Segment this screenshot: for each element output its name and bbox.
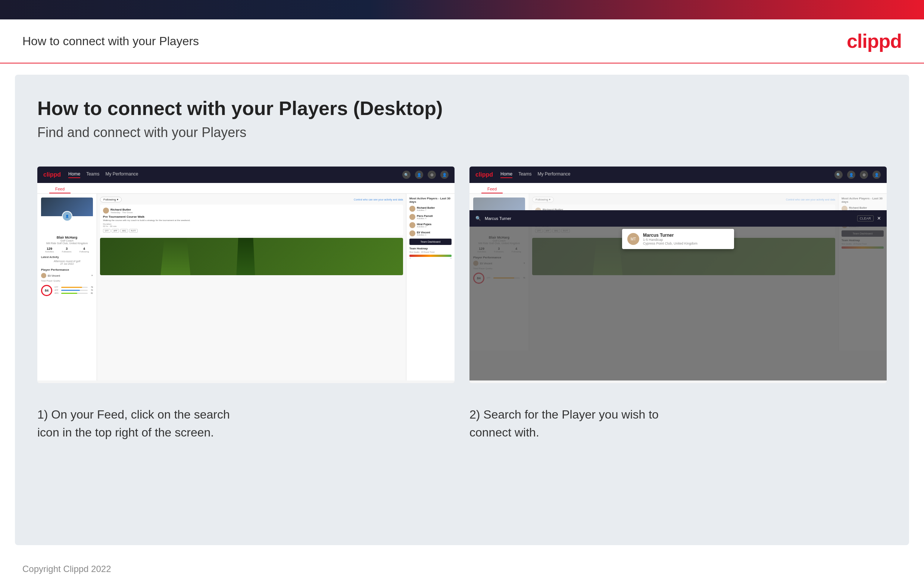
section-subtitle: Find and connect with your Players [37, 125, 887, 140]
bars-1: OTT 79 APP 70 ARG [55, 286, 93, 295]
right-player-1: Richard ButlerActivities: 7 [409, 206, 451, 212]
logo: clippd [847, 30, 901, 52]
following-count: 4 [79, 247, 89, 250]
player-select-1[interactable]: Eli Vincent ▾ [41, 273, 93, 278]
profile-cover: 👤 [41, 198, 93, 216]
steps-row: 1) On your Feed, click on the searchicon… [37, 406, 887, 442]
player-name-1: Eli Vincent [48, 274, 90, 277]
latest-activity-date: 27 Jul 2022 [41, 263, 93, 265]
search-overlay: 🔍 Marcus Turner CLEAR × MT Marcus Turner [469, 210, 887, 380]
mini-nav-1: clippd Home Teams My Performance 🔍 👤 ⚙ 👤 [37, 167, 455, 183]
activity-avatar-1 [103, 208, 109, 214]
search-close-icon[interactable]: × [877, 215, 881, 222]
right-title-1: Most Active Players - Last 30 days [409, 197, 451, 203]
right-player-2: Piers ParnellActivities: 4 [409, 214, 451, 220]
copyright: Copyright Clippd 2022 [0, 556, 924, 578]
header: How to connect with your Players clippd [0, 19, 924, 63]
activity-tags-1: OTT APP ARG PUTT [103, 229, 400, 233]
mini-logo-1: clippd [43, 171, 61, 178]
profile-role-1: Golf Coach [41, 239, 93, 242]
chevron-down-icon: ▾ [91, 274, 93, 277]
content-with-overlay: 👤 Blair McHarg Golf Coach Mill Ride Golf… [469, 194, 887, 380]
control-link-1[interactable]: Control who can see your activity and da… [354, 198, 403, 201]
latest-activity-value: Afternoon round of golf [41, 260, 93, 263]
page-title: How to connect with your Players [23, 34, 199, 48]
activity-duration-value-1: 02 hr : 00 min [103, 225, 400, 227]
mini-nav-2: clippd Home Teams My Performance 🔍 👤 ⚙ 👤 [469, 167, 887, 183]
heatmap-min-1: -5 [409, 257, 411, 259]
nav-myperformance[interactable]: My Performance [105, 171, 138, 178]
screenshots-row: clippd Home Teams My Performance 🔍 👤 ⚙ 👤 [37, 167, 887, 383]
nav-teams[interactable]: Teams [86, 171, 99, 178]
result-name: Marcus Turner [643, 233, 697, 238]
avatar-1: 👤 [62, 211, 73, 221]
activity-photo-1 [100, 238, 403, 275]
activities-count: 129 [45, 247, 54, 250]
mini-nav-links-1: Home Teams My Performance [68, 171, 138, 178]
user-icon[interactable]: 👤 [415, 170, 423, 179]
following-bar-1: Following ▾ Control who can see your act… [100, 197, 403, 202]
followers-count: 3 [62, 247, 72, 250]
result-handicap: 1-5 Handicap [643, 238, 697, 242]
search-bar-overlay: 🔍 Marcus Turner CLEAR × [469, 210, 887, 227]
mini-browser-1: clippd Home Teams My Performance 🔍 👤 ⚙ 👤 [37, 167, 455, 383]
followers-label: Followers [62, 250, 72, 253]
nav-myperformance-2[interactable]: My Performance [537, 171, 570, 178]
heatmap-bar-1 [409, 255, 451, 257]
mini-nav-icons-2: 🔍 👤 ⚙ 👤 [835, 170, 881, 179]
mini-left-panel-1: 👤 Blair McHarg Golf Coach Mill Ride Golf… [37, 194, 97, 380]
heatmap-title-1: Team Heatmap [409, 247, 451, 250]
heatmap-sub-1: Shot Quality · 20 Round Trend [409, 251, 451, 253]
stats-row-1: 129 Activities 3 Followers 4 Following [41, 247, 93, 253]
quality-label-1: Total Player Quality [41, 280, 93, 282]
following-btn-1[interactable]: Following ▾ [100, 197, 121, 202]
feed-tab-1[interactable]: Feed [49, 185, 71, 193]
heatmap-max-1: +5 [450, 257, 451, 259]
avatar-icon-2[interactable]: 👤 [872, 170, 881, 179]
latest-activity-label: Latest Activity [41, 256, 93, 258]
mini-nav-icons-1: 🔍 👤 ⚙ 👤 [402, 170, 448, 179]
activity-sub-1: Yesterday · The Grove [110, 211, 133, 214]
nav-home-2[interactable]: Home [500, 171, 512, 178]
mini-right-panel-1: Most Active Players - Last 30 days Richa… [406, 194, 455, 380]
nav-teams-2[interactable]: Teams [518, 171, 531, 178]
section-title: How to connect with your Players (Deskto… [37, 97, 887, 120]
search-input-text[interactable]: Marcus Turner [485, 216, 853, 221]
user-icon-2[interactable]: 👤 [847, 170, 855, 179]
mini-content-1: 👤 Blair McHarg Golf Coach Mill Ride Golf… [37, 194, 455, 380]
nav-home[interactable]: Home [68, 171, 80, 178]
main-content: How to connect with your Players (Deskto… [15, 75, 909, 545]
search-icon-2[interactable]: 🔍 [835, 170, 843, 179]
player-performance-label-1: Player Performance [41, 268, 93, 271]
search-magnifier-icon: 🔍 [476, 216, 481, 221]
top-bar [0, 0, 924, 19]
result-location: Cypress Point Club, United Kingdom [643, 242, 697, 245]
feed-tab-2[interactable]: Feed [481, 185, 503, 193]
settings-icon[interactable]: ⚙ [428, 170, 436, 179]
profile-name-1: Blair McHarg [41, 235, 93, 239]
mini-browser-2: clippd Home Teams My Performance 🔍 👤 ⚙ 👤 [469, 167, 887, 383]
search-results: MT Marcus Turner 1-5 Handicap Cypress Po… [622, 229, 734, 249]
team-dashboard-btn-1[interactable]: Team Dashboard [409, 239, 451, 245]
activity-desc-1: Walking the course with my coach to buil… [103, 219, 400, 221]
search-icon[interactable]: 🔍 [402, 170, 411, 179]
step-2-text: 2) Search for the Player you wish toconn… [469, 406, 887, 442]
screenshot-2: clippd Home Teams My Performance 🔍 👤 ⚙ 👤 [469, 167, 887, 383]
right-player-3: Hiral PujaraActivities: 3 [409, 222, 451, 228]
settings-icon-2[interactable]: ⚙ [860, 170, 868, 179]
step-1-text: 1) On your Feed, click on the searchicon… [37, 406, 455, 442]
screenshot-1: clippd Home Teams My Performance 🔍 👤 ⚙ 👤 [37, 167, 455, 383]
player-avatar-1 [41, 273, 46, 278]
mini-nav-links-2: Home Teams My Performance [500, 171, 570, 178]
activity-person-1: Richard Butler [110, 208, 133, 211]
following-label: Following [79, 250, 89, 253]
search-result-item[interactable]: MT Marcus Turner 1-5 Handicap Cypress Po… [622, 229, 734, 249]
profile-club-1: Mill Ride Golf Club, United Kingdom [41, 242, 93, 245]
mini-logo-2: clippd [476, 171, 493, 178]
heatmap-markers-1: -5 +5 [409, 257, 451, 259]
activities-label: Activities [45, 250, 54, 253]
result-avatar: MT [627, 233, 639, 245]
avatar-icon[interactable]: 👤 [440, 170, 448, 179]
clear-btn[interactable]: CLEAR [857, 216, 874, 221]
activity-title-1: Pre Tournament Course Walk [103, 215, 400, 218]
